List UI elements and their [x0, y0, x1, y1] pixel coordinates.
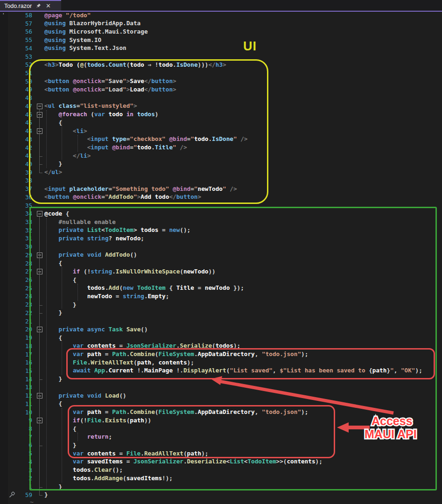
line-number-13[interactable]: 13	[8, 384, 32, 391]
code-line-29[interactable]: 29 private void AddTodo()	[0, 251, 442, 259]
line-number-6[interactable]: 6	[8, 441, 32, 448]
line-number-5[interactable]: 5	[8, 450, 32, 457]
line-number-26[interactable]: 26	[8, 276, 32, 283]
line-number-50[interactable]: 50	[8, 78, 32, 85]
line-number-39[interactable]: 39	[8, 169, 32, 176]
code-line-32[interactable]: 32 private List<TodoItem> todos = new();	[0, 226, 442, 234]
code-line-45[interactable]: 45 {	[0, 119, 442, 127]
line-number-9[interactable]: 9	[8, 417, 32, 424]
code-line-31[interactable]: 31 private string? newTodo;	[0, 234, 442, 243]
code-line-49[interactable]: 49<button @onclick="Load">Load</button>	[0, 85, 442, 94]
code-line-41[interactable]: 41 </li>	[0, 152, 442, 160]
code-line-17[interactable]: 17 var path = Path.Combine(FileSystem.Ap…	[0, 350, 442, 358]
code-line-51[interactable]: 51	[0, 69, 442, 77]
line-number-49[interactable]: 49	[8, 86, 32, 93]
code-line-59[interactable]: 59}	[0, 490, 442, 499]
code-line-1[interactable]: 1 }	[0, 483, 442, 491]
code-line-48[interactable]: 48	[0, 94, 442, 102]
line-number-41[interactable]: 41	[8, 152, 32, 159]
line-number-38[interactable]: 38	[8, 177, 32, 184]
line-number-23[interactable]: 23	[8, 301, 32, 308]
line-number-2[interactable]: 2	[8, 475, 32, 482]
code-line-30[interactable]: 30	[0, 243, 442, 251]
line-number-54[interactable]: 54	[8, 45, 32, 52]
code-line-14[interactable]: 14 }	[0, 375, 442, 383]
line-number-3[interactable]: 3	[8, 467, 32, 474]
close-icon[interactable]: ✕	[46, 2, 51, 9]
line-number-57[interactable]: 57	[8, 20, 32, 27]
code-line-57[interactable]: 57@using BlazorHybridApp.Data	[0, 19, 442, 28]
line-number-28[interactable]: 28	[8, 260, 32, 267]
line-number-14[interactable]: 14	[8, 376, 32, 383]
code-line-38[interactable]: 38	[0, 176, 442, 185]
code-line-27[interactable]: 27 if (!string.IsNullOrWhiteSpace(newTod…	[0, 267, 442, 276]
code-line-39[interactable]: 39</ul>	[0, 168, 442, 176]
quick-actions-screwdriver-icon[interactable]	[9, 491, 15, 500]
line-number-42[interactable]: 42	[8, 144, 32, 151]
code-line-35[interactable]: 35	[0, 201, 442, 210]
code-line-18[interactable]: 18 var contents = JsonSerializer.Seriali…	[0, 342, 442, 350]
code-line-44[interactable]: 44 <li>	[0, 127, 442, 135]
line-number-24[interactable]: 24	[8, 293, 32, 300]
code-line-16[interactable]: 16 File.WriteAllText(path, contents);	[0, 358, 442, 367]
line-number-34[interactable]: 34	[8, 210, 32, 217]
fold-collapse-icon[interactable]	[37, 252, 42, 258]
line-number-29[interactable]: 29	[8, 252, 32, 259]
fold-collapse-icon[interactable]	[37, 327, 42, 332]
line-number-30[interactable]: 30	[8, 243, 32, 250]
line-number-12[interactable]: 12	[8, 392, 32, 399]
line-number-44[interactable]: 44	[8, 127, 32, 134]
code-line-19[interactable]: 19 {	[0, 334, 442, 342]
pin-icon[interactable]	[35, 3, 42, 9]
line-number-53[interactable]: 53	[8, 53, 32, 60]
code-line-36[interactable]: 36<button @onclick="AddTodo">Add todo</b…	[0, 193, 442, 201]
code-line-25[interactable]: 25 todos.Add(new TodoItem { Title = newT…	[0, 284, 442, 292]
code-line-55[interactable]: 55@using System.IO	[0, 36, 442, 44]
line-number-45[interactable]: 45	[8, 119, 32, 126]
line-number-56[interactable]: 56	[8, 28, 32, 35]
code-line-40[interactable]: 40 }	[0, 160, 442, 168]
code-line-21[interactable]: 21	[0, 317, 442, 325]
code-line-53[interactable]: 53	[0, 52, 442, 61]
code-line-12[interactable]: 12 private void Load()	[0, 392, 442, 400]
fold-collapse-icon[interactable]	[37, 112, 42, 118]
line-number-55[interactable]: 55	[8, 36, 32, 43]
line-number-25[interactable]: 25	[8, 285, 32, 292]
code-line-24[interactable]: 24 newTodo = string.Empty;	[0, 292, 442, 301]
code-line-33[interactable]: 33 #nullable enable	[0, 218, 442, 226]
code-line-47[interactable]: 47<ul class="list-unstyled">	[0, 102, 442, 110]
line-number-40[interactable]: 40	[8, 161, 32, 168]
code-line-28[interactable]: 28 {	[0, 259, 442, 267]
line-number-7[interactable]: 7	[8, 434, 32, 441]
tab-todo-razor[interactable]: Todo.razor ✕	[0, 0, 61, 11]
code-line-42[interactable]: 42 <input @bind="todo.Title" />	[0, 143, 442, 152]
line-number-1[interactable]: 1	[8, 483, 32, 490]
line-number-52[interactable]: 52	[8, 61, 32, 68]
line-number-22[interactable]: 22	[8, 309, 32, 316]
fold-collapse-icon[interactable]	[37, 104, 42, 109]
line-number-19[interactable]: 19	[8, 334, 32, 341]
line-number-17[interactable]: 17	[8, 351, 32, 358]
line-number-20[interactable]: 20	[8, 326, 32, 333]
code-line-54[interactable]: 54@using System.Text.Json	[0, 44, 442, 52]
line-number-35[interactable]: 35	[8, 202, 32, 209]
code-line-13[interactable]: 13	[0, 383, 442, 392]
code-line-43[interactable]: 43 <input type="checkbox" @bind="todo.Is…	[0, 135, 442, 143]
fold-collapse-icon[interactable]	[37, 393, 42, 399]
fold-collapse-icon[interactable]	[37, 211, 42, 217]
line-number-10[interactable]: 10	[8, 409, 32, 416]
line-number-43[interactable]: 43	[8, 136, 32, 143]
line-number-58[interactable]: 58	[8, 12, 32, 19]
code-line-26[interactable]: 26 {	[0, 276, 442, 284]
fold-collapse-icon[interactable]	[37, 269, 42, 274]
line-number-8[interactable]: 8	[8, 425, 32, 432]
line-number-27[interactable]: 27	[8, 268, 32, 275]
code-line-11[interactable]: 11 {	[0, 399, 442, 408]
code-line-5[interactable]: 5 var contents = File.ReadAllText(path);	[0, 449, 442, 458]
line-number-32[interactable]: 32	[8, 227, 32, 234]
line-number-51[interactable]: 51	[8, 70, 32, 77]
code-line-22[interactable]: 22 }	[0, 308, 442, 317]
code-line-4[interactable]: 4 var savedItems = JsonSerializer.Deseri…	[0, 457, 442, 466]
code-line-15[interactable]: 15 await App.Current !.MainPage !.Displa…	[0, 366, 442, 375]
code-line-23[interactable]: 23 }	[0, 301, 442, 309]
